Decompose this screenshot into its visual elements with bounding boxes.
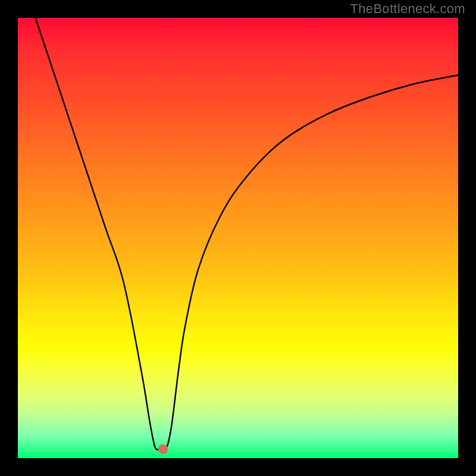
bottleneck-curve [36,18,458,450]
chart-frame: TheBottleneck.com [0,0,476,476]
optimal-point-marker [158,444,168,454]
curve-svg [18,18,458,458]
plot-area [18,18,458,458]
watermark-label: TheBottleneck.com [350,1,465,17]
